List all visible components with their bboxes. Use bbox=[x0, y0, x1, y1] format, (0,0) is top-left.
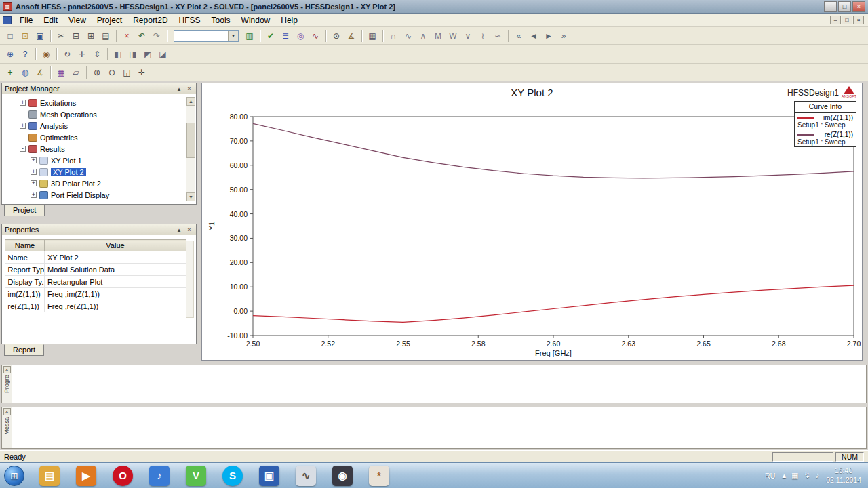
tree-item-optimetrics[interactable]: Optimetrics bbox=[2, 131, 196, 143]
pan-view-icon[interactable]: ✛ bbox=[75, 47, 90, 61]
taskbar-icon-viber[interactable]: V bbox=[178, 464, 214, 487]
start-button[interactable]: ⊞ bbox=[4, 466, 24, 486]
close-icon[interactable]: × bbox=[3, 408, 11, 415]
titlebar[interactable]: ▦ Ansoft HFSS - panel2600V5 - HFSSDesign… bbox=[0, 0, 868, 14]
mdi-minimize-button[interactable]: – bbox=[830, 16, 841, 24]
measure-icon[interactable]: ∡ bbox=[33, 66, 47, 79]
optimetrics-analysis-icon[interactable]: ◎ bbox=[293, 29, 308, 43]
scrollbar-thumb[interactable] bbox=[186, 123, 195, 158]
project-manager-header[interactable]: Project Manager ▴ × bbox=[2, 83, 196, 94]
property-row[interactable]: im(Z(1,1))Freq ,im(Z(1,1)) bbox=[5, 288, 186, 300]
last-sweep-icon[interactable]: » bbox=[556, 29, 571, 43]
panel-close-icon[interactable]: × bbox=[185, 226, 193, 234]
properties-column-header[interactable]: Name bbox=[5, 240, 45, 251]
taskbar-icon-plot-app[interactable]: ∿ bbox=[288, 464, 324, 487]
maximize-button[interactable]: □ bbox=[838, 1, 851, 12]
tree-item-results[interactable]: -Results bbox=[2, 143, 196, 155]
tab-report[interactable]: Report bbox=[4, 344, 44, 356]
expand-toggle-icon[interactable]: + bbox=[31, 157, 37, 163]
language-indicator[interactable]: RU bbox=[765, 472, 776, 480]
taskbar-icon-paint-app[interactable]: * bbox=[361, 464, 397, 487]
properties-header[interactable]: Properties ▴ × bbox=[2, 224, 196, 235]
scroll-up-icon[interactable]: ▲ bbox=[186, 97, 195, 106]
network-tray-icon[interactable]: ↯ bbox=[804, 471, 810, 480]
analyze-all-icon[interactable]: ≣ bbox=[278, 29, 293, 43]
tree-item-mesh-operations[interactable]: Mesh Operations bbox=[2, 108, 196, 120]
properties-scrollbar[interactable] bbox=[186, 241, 194, 318]
zoom-window-icon[interactable]: ◱ bbox=[119, 66, 134, 79]
tree-item-port-field-display[interactable]: +Port Field Display bbox=[2, 189, 196, 201]
new-project-icon[interactable]: □ bbox=[3, 29, 18, 43]
menu-project[interactable]: Project bbox=[92, 14, 127, 26]
taskbar-icon-photo-app[interactable]: ◉ bbox=[324, 464, 361, 487]
close-button[interactable]: × bbox=[852, 1, 865, 12]
paste-icon[interactable]: ⊞ bbox=[83, 29, 98, 43]
expand-toggle-icon[interactable]: + bbox=[20, 100, 26, 106]
orient-right-icon[interactable]: ◪ bbox=[155, 47, 170, 61]
field-overlay-icon[interactable]: ⊕ bbox=[3, 47, 18, 61]
menu-help[interactable]: Help bbox=[275, 14, 303, 26]
tree-scrollbar[interactable]: ▲ ▼ bbox=[186, 97, 195, 201]
volume-tray-icon[interactable]: ♪ bbox=[816, 471, 820, 480]
solution-data-icon[interactable]: ⊙ bbox=[329, 29, 344, 43]
undo-icon[interactable]: ↶ bbox=[134, 29, 149, 43]
next-sweep-icon[interactable]: ► bbox=[541, 29, 556, 43]
results-plot-icon[interactable]: ∿ bbox=[308, 29, 323, 43]
taskbar-icon-save-app[interactable]: ▣ bbox=[251, 464, 288, 487]
panel-close-icon[interactable]: × bbox=[185, 85, 193, 93]
properties-column-header[interactable]: Value bbox=[45, 240, 186, 251]
property-row[interactable]: NameXY Plot 2 bbox=[5, 251, 186, 264]
expand-toggle-icon[interactable]: + bbox=[31, 192, 37, 198]
tree-item-analysis[interactable]: +Analysis bbox=[2, 120, 196, 131]
taskbar-clock[interactable]: 15:40 02.11.2014 bbox=[826, 466, 861, 484]
mdi-document-icon[interactable] bbox=[3, 16, 12, 24]
panel-pin-icon[interactable]: ▴ bbox=[175, 85, 183, 93]
curve-info-legend[interactable]: Curve Info im(Z(1,1))Setup1 : Sweepre(Z(… bbox=[794, 101, 856, 147]
save-icon[interactable]: ▣ bbox=[33, 29, 47, 43]
dynamic-zoom-icon[interactable]: ⇕ bbox=[90, 47, 104, 61]
minimize-button[interactable]: – bbox=[824, 1, 837, 12]
property-row[interactable]: re(Z(1,1))Freq ,re(Z(1,1)) bbox=[5, 300, 186, 312]
rotate-view-icon[interactable]: ↻ bbox=[60, 47, 75, 61]
close-icon[interactable]: × bbox=[3, 366, 11, 373]
cut-icon[interactable]: ✂ bbox=[54, 29, 68, 43]
taskbar-icon-media-player[interactable]: ▶ bbox=[68, 464, 104, 487]
menu-report2d[interactable]: Report2D bbox=[127, 14, 173, 26]
redo-icon[interactable]: ↷ bbox=[149, 29, 164, 43]
sweep-peak-icon[interactable]: ∧ bbox=[416, 29, 431, 43]
tab-project[interactable]: Project bbox=[4, 205, 45, 216]
menu-file[interactable]: File bbox=[14, 14, 38, 26]
menu-hfss[interactable]: HFSS bbox=[174, 14, 206, 26]
sweep-arc-icon[interactable]: ∩ bbox=[386, 29, 401, 43]
profile-icon[interactable]: ∡ bbox=[344, 29, 359, 43]
taskbar-icon-skype[interactable]: S bbox=[214, 464, 251, 487]
menu-window[interactable]: Window bbox=[236, 14, 276, 26]
solutions-icon[interactable]: ▥ bbox=[242, 29, 257, 43]
tree-item-xy-plot-2[interactable]: +XY Plot 2 bbox=[2, 166, 196, 178]
sweep-w-icon[interactable]: W bbox=[446, 29, 460, 43]
sweep-valley-icon[interactable]: ∨ bbox=[460, 29, 475, 43]
mdi-close-button[interactable]: × bbox=[853, 16, 864, 24]
sweep-m-icon[interactable]: M bbox=[431, 29, 446, 43]
delete-icon[interactable]: × bbox=[119, 29, 134, 43]
menu-edit[interactable]: Edit bbox=[38, 14, 63, 26]
trace-select-combo[interactable]: ▼ bbox=[174, 30, 239, 42]
coordinate-system-icon[interactable]: + bbox=[3, 66, 18, 79]
open-project-icon[interactable]: ⊡ bbox=[18, 29, 33, 43]
orient-left-icon[interactable]: ◩ bbox=[140, 47, 155, 61]
prev-sweep-icon[interactable]: ◄ bbox=[526, 29, 541, 43]
tree-item-3d-polar-plot-2[interactable]: +3D Polar Plot 2 bbox=[2, 178, 196, 189]
world-cs-icon[interactable]: ◍ bbox=[18, 66, 33, 79]
sweep-tilde-icon[interactable]: ∽ bbox=[490, 29, 505, 43]
zoom-out-icon[interactable]: ⊖ bbox=[104, 66, 119, 79]
copy-icon[interactable]: ⊟ bbox=[68, 29, 83, 43]
orient-bottom-icon[interactable]: ◨ bbox=[125, 47, 140, 61]
dropdown-arrow-icon[interactable]: ▼ bbox=[228, 30, 238, 41]
sweep-wreath-icon[interactable]: ≀ bbox=[475, 29, 490, 43]
fit-all-icon[interactable]: ✛ bbox=[134, 66, 149, 79]
scroll-down-icon[interactable]: ▼ bbox=[186, 192, 195, 201]
expand-toggle-icon[interactable]: - bbox=[20, 146, 26, 152]
radiation-sphere-icon[interactable]: ◉ bbox=[39, 47, 54, 61]
expand-toggle-icon[interactable]: + bbox=[31, 180, 37, 186]
help-pointer-icon[interactable]: ? bbox=[18, 47, 33, 61]
